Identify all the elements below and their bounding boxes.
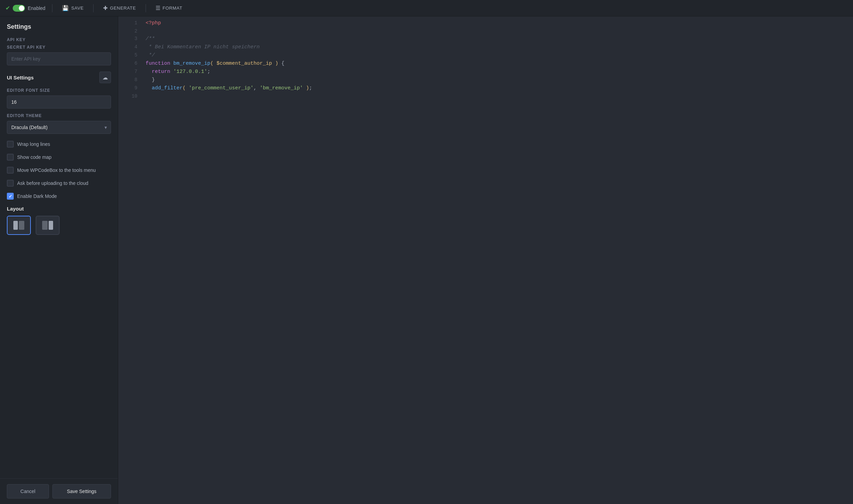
save-label: SAVE [71, 5, 84, 11]
checkbox-show-code-map: Show code map [7, 154, 111, 161]
svg-rect-1 [19, 221, 24, 230]
layout-option-right[interactable] [36, 216, 60, 235]
code-line-8: 8 } [118, 76, 853, 84]
code-line-1: 1 <?php [118, 19, 853, 27]
checkbox-wrap-long-lines-label: Wrap long lines [17, 141, 50, 147]
font-size-label: Editor Font Size [7, 88, 111, 93]
generate-icon: ✚ [103, 5, 108, 11]
svg-rect-3 [49, 221, 53, 230]
checkbox-move-wpcb-box[interactable] [7, 167, 14, 174]
code-line-9: 9 add_filter( 'pre_comment_user_ip', 'bm… [118, 84, 853, 92]
checkbox-dark-mode-box[interactable] [7, 193, 14, 200]
settings-title: Settings [7, 23, 111, 30]
theme-label: Editor Theme [7, 113, 111, 118]
api-key-label: API Key [7, 37, 111, 42]
code-editor[interactable]: 1 <?php 2 3 /** 4 * Bei Kommentaren IP n… [118, 16, 853, 504]
layout-right-icon [42, 220, 53, 230]
code-line-4: 4 * Bei Kommentaren IP nicht speichern [118, 43, 853, 51]
checkbox-show-code-map-box[interactable] [7, 154, 14, 161]
api-key-input[interactable] [7, 52, 111, 65]
checkbox-show-code-map-label: Show code map [17, 154, 51, 160]
format-label: FORMAT [162, 5, 182, 11]
save-button[interactable]: 💾 SAVE [59, 3, 86, 13]
checkbox-wrap-long-lines: Wrap long lines [7, 141, 111, 148]
code-line-10: 10 [118, 92, 853, 100]
secret-api-key-label: Secret API Key [7, 45, 111, 50]
settings-panel: Settings API Key Secret API Key UI Setti… [0, 16, 118, 504]
checkbox-ask-before-upload: Ask before uploading to the cloud [7, 180, 111, 187]
checkbox-ask-before-upload-box[interactable] [7, 180, 14, 187]
checkbox-dark-mode-label: Enable Dark Mode [17, 193, 57, 199]
divider-1 [52, 4, 52, 12]
svg-rect-2 [42, 221, 48, 230]
cancel-button[interactable]: Cancel [7, 484, 49, 499]
checkbox-wrap-long-lines-box[interactable] [7, 141, 14, 148]
layout-option-left[interactable] [7, 216, 31, 235]
divider-3 [146, 4, 146, 12]
save-icon: 💾 [62, 5, 69, 11]
font-size-input[interactable] [7, 96, 111, 109]
settings-content: Settings API Key Secret API Key UI Setti… [0, 16, 118, 478]
enabled-label: Enabled [28, 5, 45, 11]
code-line-6: 6 function bm_remove_ip( $comment_author… [118, 60, 853, 68]
code-line-5: 5 */ [118, 51, 853, 60]
divider-2 [93, 4, 94, 12]
code-line-7: 7 return '127.0.0.1'; [118, 68, 853, 76]
generate-button[interactable]: ✚ GENERATE [100, 3, 138, 13]
layout-left-icon [13, 220, 25, 230]
ui-settings-label: UI Settings [7, 75, 34, 80]
layout-options [7, 216, 111, 235]
cloud-button[interactable]: ☁ [99, 72, 111, 83]
layout-label: Layout [7, 206, 111, 212]
code-line-2: 2 [118, 27, 853, 35]
svg-rect-0 [13, 221, 18, 230]
checkbox-move-wpcb: Move WPCodeBox to the tools menu [7, 167, 111, 174]
checkbox-ask-before-upload-label: Ask before uploading to the cloud [17, 180, 88, 186]
toolbar: ✔ Enabled 💾 SAVE ✚ GENERATE ☰ FORMAT [0, 0, 853, 16]
enabled-group: ✔ Enabled [5, 5, 45, 12]
main-layout: Settings API Key Secret API Key UI Setti… [0, 16, 853, 504]
code-lines: 1 <?php 2 3 /** 4 * Bei Kommentaren IP n… [118, 16, 853, 504]
checkbox-dark-mode: Enable Dark Mode [7, 193, 111, 200]
format-button[interactable]: ☰ FORMAT [153, 3, 185, 13]
check-icon: ✔ [5, 5, 10, 11]
ui-settings-row: UI Settings ☁ [7, 72, 111, 83]
checkbox-move-wpcb-label: Move WPCodeBox to the tools menu [17, 167, 96, 173]
format-icon: ☰ [156, 5, 161, 11]
enabled-toggle[interactable] [13, 5, 25, 12]
generate-label: GENERATE [110, 5, 136, 11]
save-settings-button[interactable]: Save Settings [52, 484, 111, 499]
settings-footer: Cancel Save Settings [0, 478, 118, 504]
theme-select[interactable]: Dracula (Default) Monokai VS Code Dark L… [7, 121, 111, 134]
code-line-3: 3 /** [118, 35, 853, 43]
theme-select-wrapper: Dracula (Default) Monokai VS Code Dark L… [7, 121, 111, 134]
